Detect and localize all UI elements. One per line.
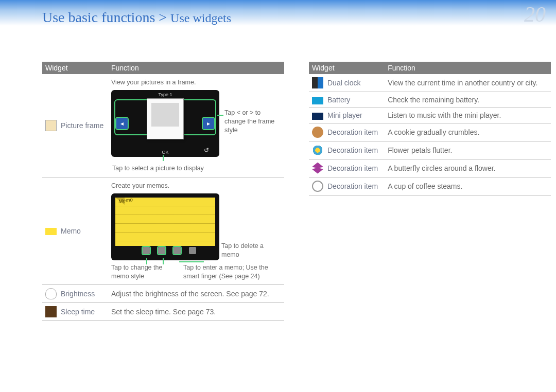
table-row: Decoration item A cup of coffee steams. (309, 177, 551, 195)
widget-name: Decoration item (324, 159, 385, 177)
table-row: Decoration item Flower petals flutter. (309, 141, 551, 159)
widget-desc: Listen to music with the mini player. (385, 108, 551, 123)
pictureframe-annot-arrows: Tap < or > to change the frame style (224, 109, 281, 135)
widget-desc: A cup of coffee steams. (385, 177, 551, 195)
widget-name: Picture frame (58, 74, 108, 177)
widget-desc: A butterfly circles around a flower. (385, 159, 551, 177)
callout-line (146, 258, 147, 264)
callout-line (163, 155, 164, 161)
widget-name: Dual clock (324, 74, 385, 92)
widget-name: Memo (58, 177, 108, 285)
left-column: Widget Function Picture frame View your … (42, 62, 284, 321)
table-row: Decoration item A cookie gradually crumb… (309, 123, 551, 141)
photo-placeholder[interactable] (147, 98, 184, 139)
memo-style-button[interactable] (143, 247, 150, 254)
widget-name: Decoration item (324, 141, 385, 159)
sleep-icon (45, 306, 57, 317)
widget-name: Sleep time (58, 303, 108, 321)
col-header-widget: Widget (309, 62, 385, 74)
widget-desc: Flower petals flutter. (385, 141, 551, 159)
breadcrumb-sep: > (155, 9, 170, 25)
frame-type-label: Type 1 (111, 92, 219, 97)
callout-line (179, 261, 204, 262)
widget-table-left: Widget Function Picture frame View your … (42, 62, 284, 321)
picture-frame-device: Type 1 ◂ ▸ OK ↺ (111, 90, 219, 157)
table-row: Dual clock View the current time in anot… (309, 74, 551, 92)
memo-desc: Create your memos. (111, 182, 281, 190)
table-row: Decoration item A butterfly circles arou… (309, 159, 551, 177)
widget-desc: Set the sleep time. See page 73. (108, 303, 284, 321)
table-row: Picture frame View your pictures in a fr… (42, 74, 284, 177)
cookie-icon (312, 127, 323, 138)
back-icon[interactable]: ↺ (204, 147, 209, 154)
widget-desc: A cookie gradually crumbles. (385, 123, 551, 141)
picture-frame-icon (45, 120, 57, 131)
table-row: Mini player Listen to music with the min… (309, 108, 551, 123)
memo-annot-delete: Tap to delete a memo (221, 242, 283, 259)
ok-label[interactable]: OK (162, 150, 168, 155)
widget-name: Battery (324, 92, 385, 108)
col-header-widget: Widget (42, 62, 108, 74)
breadcrumb-sub: Use widgets (170, 11, 231, 25)
table-row: Sleep time Set the sleep time. See page … (42, 303, 284, 321)
flower-icon (312, 145, 323, 156)
col-header-function: Function (385, 62, 551, 74)
table-row: Memo Create your memos. Memo (42, 177, 284, 285)
battery-icon (312, 97, 323, 104)
memo-back-button[interactable] (189, 247, 196, 254)
memo-icon (45, 228, 57, 235)
widget-desc: View the current time in another country… (385, 74, 551, 92)
memo-enter-button[interactable] (158, 247, 165, 254)
memo-delete-button[interactable] (173, 247, 181, 254)
memo-device: Memo (111, 193, 219, 260)
mini-player-icon (312, 113, 323, 120)
memo-annot-style: Tap to change the memo style (111, 263, 173, 281)
pictureframe-desc: View your pictures in a frame. (111, 78, 281, 87)
pictureframe-annot-select: Tap to select a picture to display (112, 164, 281, 173)
breadcrumb-main: Use basic functions (42, 9, 155, 25)
table-row: Battery Check the remaining battery. (309, 92, 551, 108)
widget-desc: Check the remaining battery. (385, 92, 551, 108)
callout-line (217, 115, 223, 116)
widget-desc: Adjust the brightness of the screen. See… (108, 285, 284, 303)
table-row: Brightness Adjust the brightness of the … (42, 285, 284, 303)
callout-line (163, 258, 164, 264)
widget-table-right: Widget Function Dual clock View the curr… (309, 62, 551, 195)
memo-annot-enter: Tap to enter a memo; Use the smart finge… (183, 263, 281, 281)
col-header-function: Function (108, 62, 284, 74)
widget-name: Decoration item (324, 123, 385, 141)
breadcrumb: Use basic functions > Use widgets (42, 9, 231, 26)
page-number: 20 (524, 2, 546, 27)
widget-name: Brightness (58, 285, 108, 303)
widget-name: Decoration item (324, 177, 385, 195)
arrow-right-icon[interactable]: ▸ (203, 118, 214, 129)
memo-note-area[interactable]: Memo (115, 198, 215, 246)
right-column: Widget Function Dual clock View the curr… (309, 62, 551, 321)
bulb-icon (45, 288, 57, 299)
butterfly-icon (312, 163, 323, 174)
dual-clock-icon (312, 77, 323, 88)
coffee-icon (312, 181, 323, 192)
widget-name: Mini player (324, 108, 385, 123)
arrow-left-icon[interactable]: ◂ (116, 118, 128, 129)
